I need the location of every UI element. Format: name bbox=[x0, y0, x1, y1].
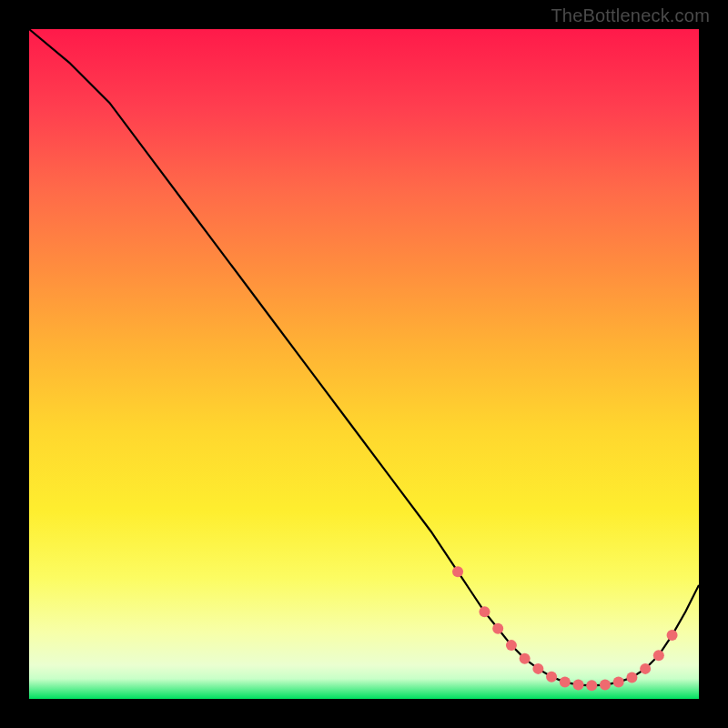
curve-marker bbox=[613, 677, 624, 688]
curve-marker bbox=[586, 680, 597, 691]
attribution-label: TheBottleneck.com bbox=[551, 5, 710, 26]
curve-marker bbox=[600, 680, 611, 691]
curve-marker bbox=[492, 623, 503, 634]
chart-svg bbox=[29, 29, 699, 699]
curve-marker bbox=[452, 566, 463, 577]
curve-marker bbox=[640, 663, 651, 674]
curve-marker bbox=[520, 653, 531, 664]
curve-marker bbox=[560, 677, 571, 688]
curve-marker bbox=[667, 630, 678, 641]
curve-marker bbox=[573, 680, 584, 691]
chart-plot-area bbox=[29, 29, 699, 699]
curve-marker bbox=[546, 672, 557, 682]
curve-marker bbox=[479, 606, 490, 617]
bottleneck-curve bbox=[29, 29, 699, 685]
curve-marker bbox=[626, 672, 637, 682]
curve-marker bbox=[506, 640, 517, 651]
chart-stage: TheBottleneck.com bbox=[0, 0, 728, 728]
curve-marker bbox=[532, 663, 543, 674]
curve-marker bbox=[653, 650, 664, 661]
curve-markers bbox=[452, 566, 678, 691]
